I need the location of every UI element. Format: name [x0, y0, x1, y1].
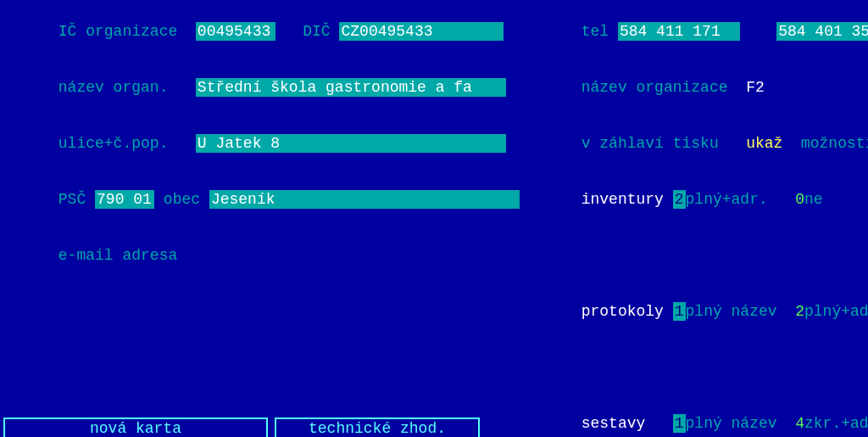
r4[interactable]: 4	[795, 415, 804, 432]
ic-value[interactable]: 00495433	[196, 22, 275, 41]
moznosti: možnosti	[801, 135, 868, 152]
sestavy: sestavy	[581, 415, 646, 432]
ses-txt: plný název	[686, 415, 777, 432]
psc-value[interactable]: 790 01	[95, 190, 154, 209]
tz-title: technické zhod.	[309, 420, 446, 437]
dic-label: DIČ	[303, 23, 330, 40]
inventury: inventury	[581, 191, 664, 208]
email-label: e-mail adresa	[58, 247, 177, 264]
street-value[interactable]: U Jatek 8	[196, 134, 506, 153]
psc-label: PSČ	[58, 191, 86, 208]
nazev-org-label: název organizace	[581, 79, 728, 96]
r2[interactable]: 2	[795, 303, 804, 320]
tel-label: tel	[581, 23, 609, 40]
name-label: název organ.	[58, 79, 169, 96]
ukaz: ukaž	[746, 135, 782, 152]
tel2-value[interactable]: 584 401 353	[776, 22, 868, 41]
r2t: plný+adr.	[804, 303, 868, 320]
zahlavi-label: v záhlaví tisku	[581, 135, 719, 152]
obec-label: obec	[164, 191, 200, 208]
obec-value[interactable]: Jeseník	[209, 190, 520, 209]
nova-title: nová karta	[90, 420, 181, 437]
protokoly: protokoly	[581, 303, 664, 320]
street-label: ulice+č.pop.	[58, 135, 169, 152]
tel-value[interactable]: 584 411 171	[618, 22, 740, 41]
prot-txt: plný název	[686, 303, 777, 320]
dic-value[interactable]: CZ00495433	[339, 22, 504, 41]
name-value[interactable]: Střední škola gastronomie a fa	[196, 78, 506, 97]
inv-txt: plný+adr.	[686, 191, 768, 208]
r0t: ne	[804, 191, 823, 208]
ic-label: IČ organizace	[58, 23, 177, 40]
r0[interactable]: 0	[795, 191, 804, 208]
nazev-org-value[interactable]: F2	[746, 79, 765, 96]
ses-opt[interactable]: 1	[673, 414, 686, 433]
inv-opt[interactable]: 2	[673, 190, 686, 209]
r4t: zkr.+adr.	[804, 415, 868, 432]
prot-opt[interactable]: 1	[673, 302, 686, 321]
